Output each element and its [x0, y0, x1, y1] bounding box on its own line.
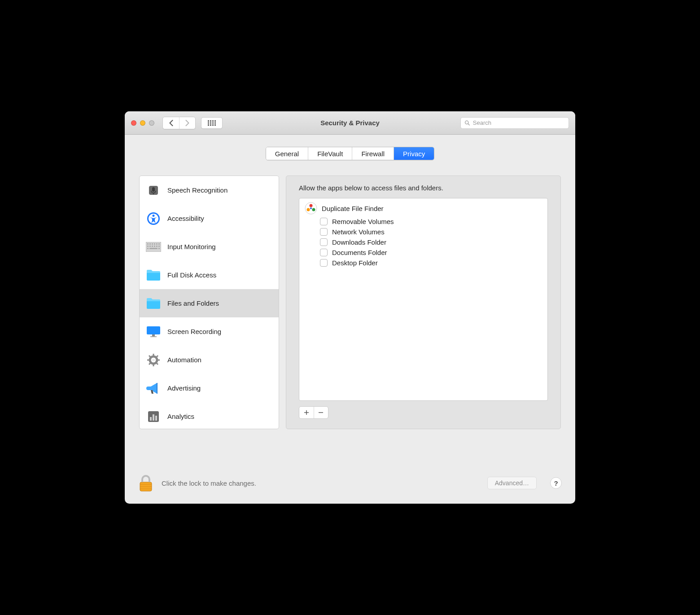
add-button[interactable]: [299, 407, 314, 418]
sidebar-item-automation[interactable]: Automation: [140, 346, 279, 374]
permission-label: Documents Folder: [332, 249, 387, 256]
back-button[interactable]: [163, 117, 179, 129]
permission-row: Documents Folder: [299, 247, 547, 258]
permission-row: Downloads Folder: [299, 237, 547, 247]
search-input[interactable]: [473, 119, 565, 126]
permission-checkbox[interactable]: [320, 259, 328, 267]
svg-line-13: [468, 123, 469, 125]
tab-privacy[interactable]: Privacy: [394, 147, 434, 160]
sidebar-item-input-monitoring[interactable]: Input Monitoring: [140, 233, 279, 261]
sidebar-item-label: Screen Recording: [167, 328, 221, 335]
svg-rect-0: [208, 120, 209, 122]
svg-rect-24: [154, 243, 155, 245]
gear-icon: [146, 352, 161, 368]
svg-rect-2: [212, 120, 214, 122]
display-icon: [146, 324, 161, 339]
svg-rect-11: [214, 124, 216, 126]
sidebar-item-screen-recording[interactable]: Screen Recording: [140, 317, 279, 346]
detail-heading: Allow the apps below to access files and…: [299, 184, 548, 192]
titlebar: Security & Privacy: [125, 111, 575, 135]
sidebar-item-label: Advertising: [167, 384, 201, 392]
tab-filevault[interactable]: FileVault: [308, 147, 352, 160]
app-icon: [305, 202, 317, 215]
lock-icon[interactable]: [138, 474, 153, 492]
svg-rect-51: [153, 414, 154, 421]
svg-rect-3: [214, 120, 216, 122]
help-button[interactable]: ?: [550, 477, 562, 489]
search-field[interactable]: [460, 117, 569, 129]
svg-rect-15: [152, 187, 155, 192]
privacy-category-list[interactable]: Speech Recognition Accessibility Input M…: [139, 176, 279, 429]
sidebar-item-analytics[interactable]: Analytics: [140, 402, 279, 429]
permission-checkbox[interactable]: [320, 218, 328, 225]
svg-rect-27: [147, 246, 149, 247]
zoom-window-button[interactable]: [149, 120, 154, 126]
add-remove-control: [299, 406, 328, 419]
svg-rect-4: [208, 122, 209, 123]
keyboard-icon: [146, 239, 161, 255]
svg-rect-21: [147, 243, 149, 245]
sidebar-item-full-disk-access[interactable]: Full Disk Access: [140, 261, 279, 289]
tab-firewall[interactable]: Firewall: [352, 147, 394, 160]
svg-rect-34: [149, 248, 158, 249]
sidebar-item-files-and-folders[interactable]: Files and Folders: [140, 289, 279, 317]
svg-rect-29: [152, 246, 153, 247]
sidebar-item-speech-recognition[interactable]: Speech Recognition: [140, 176, 279, 204]
permission-row: Network Volumes: [299, 227, 547, 237]
permission-row: Removable Volumes: [299, 216, 547, 227]
svg-rect-10: [212, 124, 214, 126]
svg-point-57: [310, 207, 312, 209]
search-icon: [464, 120, 470, 126]
apps-listbox[interactable]: Duplicate File Finder Removable Volumes …: [299, 198, 548, 401]
svg-rect-9: [210, 124, 211, 126]
minimize-window-button[interactable]: [140, 120, 145, 126]
permission-label: Network Volumes: [332, 228, 385, 236]
svg-rect-30: [154, 246, 155, 247]
svg-point-56: [312, 208, 315, 211]
svg-rect-33: [147, 248, 149, 249]
svg-rect-1: [210, 120, 211, 122]
tabs: General FileVault Firewall Privacy: [266, 147, 435, 160]
sidebar-item-label: Automation: [167, 356, 201, 364]
permission-checkbox[interactable]: [320, 238, 328, 246]
barchart-icon: [146, 409, 161, 424]
app-name: Duplicate File Finder: [322, 205, 384, 212]
window-controls: [131, 120, 154, 126]
tab-general[interactable]: General: [266, 147, 308, 160]
minus-icon: [318, 410, 324, 415]
sidebar-item-accessibility[interactable]: Accessibility: [140, 204, 279, 233]
forward-button[interactable]: [179, 117, 195, 129]
svg-point-48: [152, 359, 155, 361]
accessibility-icon: [146, 211, 161, 226]
detail-panel: Allow the apps below to access files and…: [286, 176, 561, 429]
show-all-button[interactable]: [201, 117, 223, 129]
svg-line-45: [157, 363, 158, 365]
tab-bar: General FileVault Firewall Privacy: [125, 147, 575, 160]
sidebar-item-advertising[interactable]: Advertising: [140, 374, 279, 402]
svg-rect-26: [158, 243, 160, 245]
svg-rect-38: [150, 336, 157, 337]
svg-line-44: [149, 356, 150, 357]
microphone-icon: [146, 183, 161, 198]
svg-rect-7: [214, 122, 216, 123]
sidebar-item-label: Input Monitoring: [167, 243, 216, 250]
close-window-button[interactable]: [131, 120, 136, 126]
chevron-left-icon: [169, 120, 174, 126]
svg-rect-6: [212, 122, 214, 123]
svg-rect-23: [152, 243, 153, 245]
permission-checkbox[interactable]: [320, 228, 328, 236]
plus-icon: [304, 410, 309, 415]
nav-buttons: [162, 117, 196, 129]
sidebar-item-label: Full Disk Access: [167, 271, 216, 279]
svg-rect-25: [156, 243, 158, 245]
svg-point-54: [310, 204, 313, 207]
svg-rect-31: [156, 246, 158, 247]
permission-checkbox[interactable]: [320, 249, 328, 256]
remove-button[interactable]: [314, 407, 328, 418]
permission-label: Downloads Folder: [332, 238, 386, 246]
content-area: Speech Recognition Accessibility Input M…: [125, 160, 575, 462]
lock-text: Click the lock to make changes.: [162, 479, 256, 487]
svg-line-47: [157, 356, 158, 357]
advanced-button[interactable]: Advanced…: [487, 477, 537, 489]
permission-row: Desktop Folder: [299, 258, 547, 268]
